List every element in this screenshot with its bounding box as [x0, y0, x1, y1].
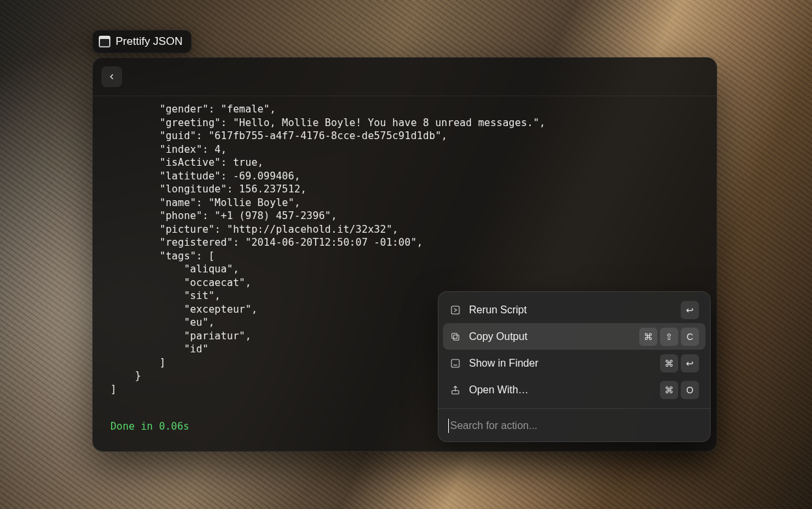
terminal-icon: [99, 36, 110, 47]
back-button[interactable]: [101, 66, 122, 87]
action-show-in-finder[interactable]: Show in Finder ⌘ ↩: [443, 350, 705, 376]
chevron-left-icon: [107, 72, 116, 81]
action-label: Show in Finder: [469, 358, 539, 369]
action-label: Open With…: [469, 384, 529, 396]
action-palette: Rerun Script ↩ Copy Output ⌘ ⇧ C Show in…: [438, 291, 711, 442]
share-icon: [450, 385, 461, 395]
svg-rect-1: [453, 335, 459, 340]
action-label: Rerun Script: [469, 304, 527, 316]
panel-header: [92, 57, 717, 96]
keycap: ↩: [681, 301, 699, 319]
svg-rect-3: [451, 359, 459, 367]
shortcut: ⌘ O: [660, 381, 699, 399]
keycap: ⌘: [660, 381, 678, 399]
play-square-icon: [450, 305, 461, 315]
action-label: Copy Output: [469, 331, 527, 343]
action-search-row[interactable]: [438, 408, 711, 442]
copy-icon: [450, 332, 461, 342]
keycap: ↩: [681, 354, 699, 372]
shortcut: ⌘ ↩: [660, 354, 699, 372]
shortcut: ⌘ ⇧ C: [639, 328, 699, 346]
action-rerun-script[interactable]: Rerun Script ↩: [443, 296, 705, 323]
finder-icon: [450, 358, 461, 369]
keycap: O: [681, 381, 699, 399]
script-title-label: Prettify JSON: [116, 35, 183, 48]
keycap: ⌘: [660, 354, 678, 372]
svg-rect-0: [451, 306, 459, 314]
script-title-pill: Prettify JSON: [92, 30, 192, 53]
action-open-with[interactable]: Open With… ⌘ O: [443, 376, 705, 403]
action-search-input[interactable]: [450, 420, 700, 432]
keycap: ⌘: [639, 328, 657, 346]
action-list: Rerun Script ↩ Copy Output ⌘ ⇧ C Show in…: [438, 291, 711, 408]
shortcut: ↩: [681, 301, 699, 319]
action-copy-output[interactable]: Copy Output ⌘ ⇧ C: [443, 323, 705, 350]
keycap: ⇧: [660, 328, 678, 346]
text-caret: [448, 419, 449, 433]
svg-rect-2: [452, 333, 457, 338]
keycap: C: [681, 328, 699, 346]
